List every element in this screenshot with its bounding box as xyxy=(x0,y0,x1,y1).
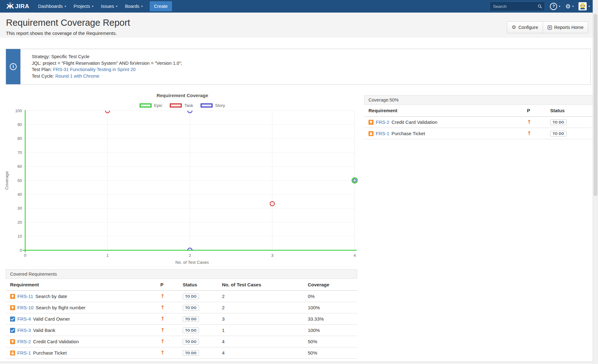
issue-summary: Search by flight number xyxy=(36,305,86,310)
test-cases-value: 4 xyxy=(222,350,308,356)
priority-cell: ↑ xyxy=(160,339,183,344)
status-cell: TO DO xyxy=(550,130,593,136)
configure-button[interactable]: ⚙ Configure xyxy=(507,21,543,33)
priority-cell: ↑ xyxy=(160,350,183,356)
lock-icon xyxy=(368,131,374,136)
chart-legend: EpicTaskStory xyxy=(0,103,365,108)
priority-up-icon: ↑ xyxy=(160,316,165,322)
legend-label: Epic xyxy=(154,103,162,108)
covered-requirements-header: Covered Requirements xyxy=(6,269,357,279)
priority-cell: ↑ xyxy=(160,328,183,333)
priority-cell: ↑ xyxy=(160,316,183,322)
nav-item-label: Issues xyxy=(101,4,114,9)
report-info-box: i Strategy:Specific Test Cycle JQL:proje… xyxy=(6,49,591,85)
test-cycle-link[interactable]: Round 1 with Chrome xyxy=(55,74,99,79)
nav-item-label: Projects xyxy=(74,4,90,9)
status-cell: TO DO xyxy=(183,327,222,333)
issue-summary: Purchase Ticket xyxy=(33,350,67,356)
test-cycle-line: Test Cycle:Round 1 with Chrome xyxy=(32,73,182,80)
issue-key-link[interactable]: FRS-11 xyxy=(17,294,33,299)
status-cell: TO DO xyxy=(183,316,222,322)
help-menu[interactable]: ? ▾ xyxy=(550,3,560,10)
issue-key-link[interactable]: FRS-4 xyxy=(17,316,31,322)
strategy-line: Strategy:Specific Test Cycle xyxy=(32,53,182,60)
nav-item-issues[interactable]: Issues▾ xyxy=(97,0,121,13)
svg-text:20: 20 xyxy=(18,220,22,225)
data-point xyxy=(270,201,274,206)
jira-logo-text: JIRA xyxy=(15,3,29,10)
chevron-down-icon: ▾ xyxy=(588,5,590,8)
status-cell: TO DO xyxy=(183,350,222,356)
svg-text:10: 10 xyxy=(18,234,22,239)
status-cell: TO DO xyxy=(183,293,222,299)
table-row: FRS-11Search by date↑TO DO20% xyxy=(6,291,357,302)
issue-summary: Search by date xyxy=(36,294,67,299)
chevron-down-icon: ▾ xyxy=(92,5,93,8)
issue-key-link[interactable]: FRS-1 xyxy=(376,131,389,136)
priority-up-icon: ↑ xyxy=(160,338,165,345)
settings-menu[interactable]: ⚙ ▾ xyxy=(565,3,574,9)
gear-icon: ⚙ xyxy=(565,3,571,9)
svg-text:4: 4 xyxy=(353,253,356,258)
legend-swatch-icon xyxy=(140,103,152,108)
chevron-down-icon: ▾ xyxy=(559,5,560,8)
requirement-cell: FRS-1Purchase Ticket xyxy=(6,350,160,356)
issue-key-link[interactable]: FRS-2 xyxy=(376,119,389,125)
priority-cell: ↑ xyxy=(527,131,550,136)
covered-requirements-rows: FRS-11Search by date↑TO DO20%FRS-10Searc… xyxy=(6,291,357,359)
legend-swatch-icon xyxy=(201,103,213,108)
table-row: FRS-2Credit Card Validation↑TO DO xyxy=(364,117,593,128)
main-nav: Dashboards▾Projects▾Issues▾Boards▾ xyxy=(34,0,147,13)
coverage-value: 0% xyxy=(308,294,357,299)
status-cell: TO DO xyxy=(550,119,593,125)
issue-summary: Valid Card Owner xyxy=(33,316,70,322)
issue-key-link[interactable]: FRS-10 xyxy=(17,305,34,310)
requirement-coverage-chart: Requirement Coverage EpicTaskStory 01020… xyxy=(0,93,365,269)
nav-item-label: Boards xyxy=(125,4,139,9)
requirement-cell: FRS-4Valid Card Owner xyxy=(6,316,160,322)
table-row: FRS-10Search by flight number↑TO DO2100% xyxy=(6,302,357,313)
requirement-cell: FRS-11Search by date xyxy=(6,294,160,299)
issue-key-link[interactable]: FRS-3 xyxy=(17,328,31,333)
search-input[interactable] xyxy=(492,4,538,9)
requirement-cell: FRS-3Valid Bank xyxy=(6,328,160,333)
status-badge: TO DO xyxy=(183,328,199,333)
reports-home-button[interactable]: Reports Home xyxy=(543,21,588,33)
page-footer xyxy=(0,362,598,364)
issue-summary: Purchase Ticket xyxy=(391,131,425,136)
status-badge: TO DO xyxy=(183,316,199,322)
priority-up-icon: ↑ xyxy=(160,304,165,311)
svg-text:50: 50 xyxy=(18,178,22,183)
gear-icon: ⚙ xyxy=(512,25,516,30)
status-badge: TO DO xyxy=(183,305,199,311)
svg-text:1: 1 xyxy=(106,253,108,258)
svg-text:0: 0 xyxy=(20,248,22,253)
covered-requirements-column-headers: Requirement P Status No. of Test Cases C… xyxy=(6,279,357,291)
info-icon: i xyxy=(10,63,17,70)
nav-item-dashboards[interactable]: Dashboards▾ xyxy=(34,0,70,13)
scrollbar-thumb[interactable] xyxy=(594,14,597,196)
chevron-down-icon: ▾ xyxy=(141,5,143,8)
nav-item-projects[interactable]: Projects▾ xyxy=(70,0,97,13)
svg-text:80: 80 xyxy=(18,136,22,141)
jira-logo[interactable]: Ӝ JIRA xyxy=(6,3,29,10)
priority-cell: ↑ xyxy=(160,305,183,310)
create-button[interactable]: Create xyxy=(150,1,172,11)
coverage-panel-rows: FRS-2Credit Card Validation↑TO DOFRS-1Pu… xyxy=(364,117,593,139)
bulb-icon xyxy=(10,305,15,310)
vertical-scrollbar[interactable] xyxy=(593,0,598,364)
priority-up-icon: ↑ xyxy=(527,130,531,136)
page-subtitle: This report shows the coverage of the Re… xyxy=(6,30,117,36)
test-plan-link[interactable]: FRS-31 Functionality Testing in Sprint 2… xyxy=(53,67,136,72)
user-menu[interactable]: ▾ xyxy=(579,2,590,10)
table-row: FRS-4Valid Card Owner↑TO DO333.33% xyxy=(6,313,357,325)
issue-summary: Credit Card Validation xyxy=(391,119,437,125)
table-row: FRS-2Credit Card Validation↑TO DO450% xyxy=(6,336,357,347)
issue-key-link[interactable]: FRS-2 xyxy=(17,339,31,344)
nav-item-boards[interactable]: Boards▾ xyxy=(121,0,146,13)
svg-text:90: 90 xyxy=(18,122,22,127)
issue-key-link[interactable]: FRS-1 xyxy=(17,350,31,356)
priority-cell: ↑ xyxy=(160,294,183,299)
covered-requirements-section: Covered Requirements Requirement P Statu… xyxy=(6,269,357,359)
svg-text:Coverage: Coverage xyxy=(4,171,9,190)
